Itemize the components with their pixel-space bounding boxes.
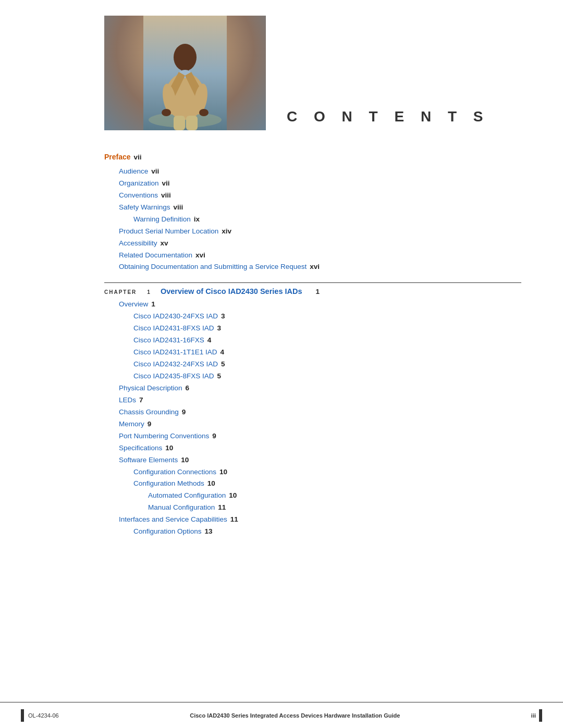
- toc-item-specifications: Specifications 10: [119, 442, 521, 454]
- config-options-link[interactable]: Configuration Options: [133, 526, 202, 538]
- toc-item-automated-config: Automated Configuration 10: [148, 490, 521, 502]
- obtaining-docs-page: xvi: [310, 261, 320, 273]
- conventions-page: viii: [161, 190, 171, 202]
- config-connections-page: 10: [219, 466, 227, 478]
- specifications-page: 10: [165, 442, 173, 454]
- chassis-grounding-page: 9: [182, 406, 186, 418]
- audience-link[interactable]: Audience: [119, 166, 148, 178]
- svg-point-3: [174, 44, 197, 71]
- toc-item-leds: LEDs 7: [119, 394, 521, 406]
- toc-item-accessibility: Accessibility xv: [119, 238, 521, 250]
- specifications-link[interactable]: Specifications: [119, 442, 162, 454]
- config-methods-link[interactable]: Configuration Methods: [133, 478, 204, 490]
- footer-right-bar: [539, 709, 542, 722]
- overview-page: 1: [151, 299, 155, 311]
- iad2431-16fxs-link[interactable]: Cisco IAD2431-16FXS: [133, 335, 204, 347]
- toc-item-safety-warnings: Safety Warnings viii: [119, 202, 521, 214]
- iad2431-8fxs-page: 3: [217, 323, 222, 335]
- chassis-grounding-link[interactable]: Chassis Grounding: [119, 406, 179, 418]
- chapter-number: 1: [147, 289, 150, 295]
- conventions-link[interactable]: Conventions: [119, 190, 158, 202]
- obtaining-docs-link[interactable]: Obtaining Documentation and Submitting a…: [119, 261, 307, 273]
- related-docs-page: xvi: [195, 250, 205, 262]
- warning-definition-page: ix: [194, 214, 200, 226]
- config-connections-link[interactable]: Configuration Connections: [133, 466, 216, 478]
- toc-item-config-methods: Configuration Methods 10: [133, 478, 521, 490]
- automated-config-page: 10: [229, 490, 237, 502]
- toc-item-software-elements: Software Elements 10: [119, 454, 521, 466]
- toc-item-product-serial: Product Serial Number Location xiv: [119, 226, 521, 238]
- chapter-1-title-link[interactable]: Overview of Cisco IAD2430 Series IADs: [161, 287, 302, 295]
- iad2431-1t1e1-page: 4: [221, 347, 225, 359]
- related-docs-link[interactable]: Related Documentation: [119, 250, 192, 262]
- physical-desc-link[interactable]: Physical Description: [119, 382, 182, 394]
- toc-item-interfaces: Interfaces and Service Capabilities 11: [119, 514, 521, 526]
- footer-center-text: Cisco IAD2430 Series Integrated Access D…: [190, 712, 400, 719]
- toc-item-config-options: Configuration Options 13: [133, 526, 521, 538]
- memory-page: 9: [148, 418, 152, 430]
- physical-desc-page: 6: [186, 382, 190, 394]
- automated-config-link[interactable]: Automated Configuration: [148, 490, 226, 502]
- toc-item-chassis-grounding: Chassis Grounding 9: [119, 406, 521, 418]
- memory-link[interactable]: Memory: [119, 418, 144, 430]
- toc-item-related-docs: Related Documentation xvi: [119, 250, 521, 262]
- toc-item-organization: Organization vii: [119, 178, 521, 190]
- toc-item-obtaining-docs: Obtaining Documentation and Submitting a…: [119, 261, 521, 273]
- product-serial-page: xiv: [222, 226, 231, 238]
- toc-item-overview: Overview 1: [119, 299, 521, 311]
- header-area: C O N T E N T S: [0, 0, 563, 130]
- toc-item-iad2430-24fxs: Cisco IAD2430-24FXS IAD 3: [133, 311, 521, 323]
- chapter-label: CHAPTER: [104, 289, 137, 295]
- toc-item-iad2431-16fxs: Cisco IAD2431-16FXS 4: [133, 335, 521, 347]
- cover-image: [104, 16, 266, 130]
- audience-page: vii: [151, 166, 159, 178]
- svg-point-11: [199, 109, 209, 116]
- toc-item-warning-definition: Warning Definition ix: [133, 214, 521, 226]
- manual-config-link[interactable]: Manual Configuration: [148, 502, 215, 514]
- software-elements-page: 10: [181, 454, 189, 466]
- footer-left-bar: [21, 709, 24, 722]
- leds-link[interactable]: LEDs: [119, 394, 136, 406]
- chapter-1-page: 1: [316, 288, 320, 295]
- footer-left: OL-4234-06: [21, 709, 59, 722]
- safety-warnings-link[interactable]: Safety Warnings: [119, 202, 170, 214]
- iad2431-8fxs-link[interactable]: Cisco IAD2431-8FXS IAD: [133, 323, 214, 335]
- toc-item-port-numbering: Port Numbering Conventions 9: [119, 430, 521, 442]
- config-methods-page: 10: [207, 478, 215, 490]
- organization-link[interactable]: Organization: [119, 178, 159, 190]
- safety-warnings-page: viii: [174, 202, 183, 214]
- software-elements-link[interactable]: Software Elements: [119, 454, 178, 466]
- accessibility-link[interactable]: Accessibility: [119, 238, 157, 250]
- accessibility-page: xv: [161, 238, 168, 250]
- product-serial-link[interactable]: Product Serial Number Location: [119, 226, 218, 238]
- footer-page-number: iii: [531, 712, 536, 719]
- chapter-1-header: CHAPTER 1 Overview of Cisco IAD2430 Seri…: [104, 282, 521, 295]
- toc-item-iad2431-8fxs: Cisco IAD2431-8FXS IAD 3: [133, 323, 521, 335]
- iad2430-24fxs-link[interactable]: Cisco IAD2430-24FXS IAD: [133, 311, 218, 323]
- interfaces-page: 11: [230, 514, 238, 526]
- page-wrapper: C O N T E N T S Preface vii Audience vii…: [0, 0, 563, 728]
- toc-item-audience: Audience vii: [119, 166, 521, 178]
- footer-doc-id: OL-4234-06: [28, 712, 59, 719]
- toc-item-memory: Memory 9: [119, 418, 521, 430]
- overview-link[interactable]: Overview: [119, 299, 148, 311]
- iad2431-1t1e1-link[interactable]: Cisco IAD2431-1T1E1 IAD: [133, 347, 217, 359]
- toc-item-iad2432-24fxs: Cisco IAD2432-24FXS IAD 5: [133, 359, 521, 371]
- toc-item-manual-config: Manual Configuration 11: [148, 502, 521, 514]
- iad2435-8fxs-link[interactable]: Cisco IAD2435-8FXS IAD: [133, 371, 214, 382]
- preface-page: vii: [134, 152, 142, 164]
- port-numbering-page: 9: [212, 430, 216, 442]
- interfaces-link[interactable]: Interfaces and Service Capabilities: [119, 514, 227, 526]
- iad2432-24fxs-link[interactable]: Cisco IAD2432-24FXS IAD: [133, 359, 218, 371]
- svg-rect-13: [186, 116, 198, 130]
- warning-definition-link[interactable]: Warning Definition: [133, 214, 191, 226]
- iad2431-16fxs-page: 4: [207, 335, 212, 347]
- manual-config-page: 11: [218, 502, 226, 514]
- port-numbering-link[interactable]: Port Numbering Conventions: [119, 430, 209, 442]
- iad2430-24fxs-page: 3: [221, 311, 225, 323]
- preface-link[interactable]: Preface: [104, 151, 131, 164]
- toc-item-conventions: Conventions viii: [119, 190, 521, 202]
- svg-rect-12: [174, 116, 185, 130]
- iad2435-8fxs-page: 5: [217, 371, 222, 382]
- preface-entry: Preface vii: [104, 151, 521, 164]
